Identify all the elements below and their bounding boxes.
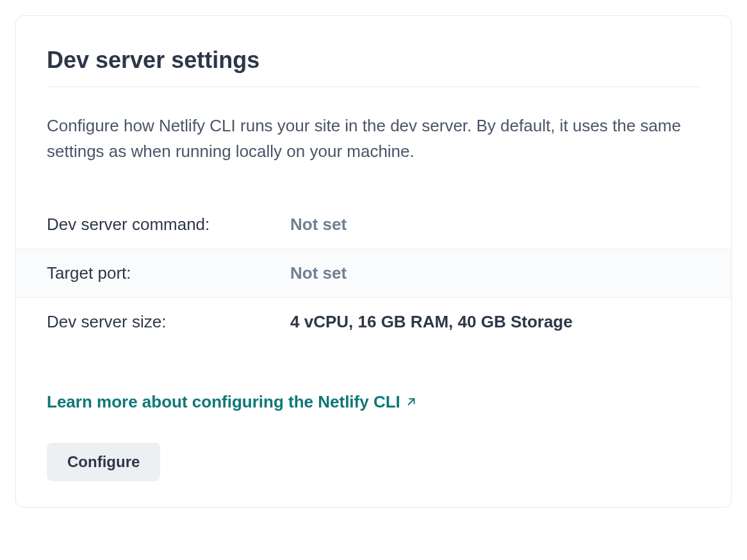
configure-button[interactable]: Configure (47, 443, 160, 481)
settings-row-size: Dev server size: 4 vCPU, 16 GB RAM, 40 G… (16, 298, 731, 346)
button-row: Configure (47, 443, 700, 481)
settings-label-command: Dev server command: (47, 215, 290, 235)
card-title: Dev server settings (47, 47, 700, 87)
svg-line-0 (408, 399, 414, 405)
settings-label-size: Dev server size: (47, 312, 290, 332)
settings-label-port: Target port: (47, 263, 290, 283)
settings-value-command: Not set (290, 215, 700, 235)
learn-more-link[interactable]: Learn more about configuring the Netlify… (47, 392, 417, 412)
card-description: Configure how Netlify CLI runs your site… (47, 113, 700, 165)
learn-more-link-text: Learn more about configuring the Netlify… (47, 392, 400, 412)
settings-table: Dev server command: Not set Target port:… (16, 201, 731, 346)
external-link-icon (406, 396, 417, 408)
settings-value-size: 4 vCPU, 16 GB RAM, 40 GB Storage (290, 312, 700, 332)
settings-row-port: Target port: Not set (16, 249, 731, 298)
settings-value-port: Not set (290, 263, 700, 283)
settings-row-command: Dev server command: Not set (16, 201, 731, 249)
dev-server-settings-card: Dev server settings Configure how Netlif… (15, 15, 732, 507)
